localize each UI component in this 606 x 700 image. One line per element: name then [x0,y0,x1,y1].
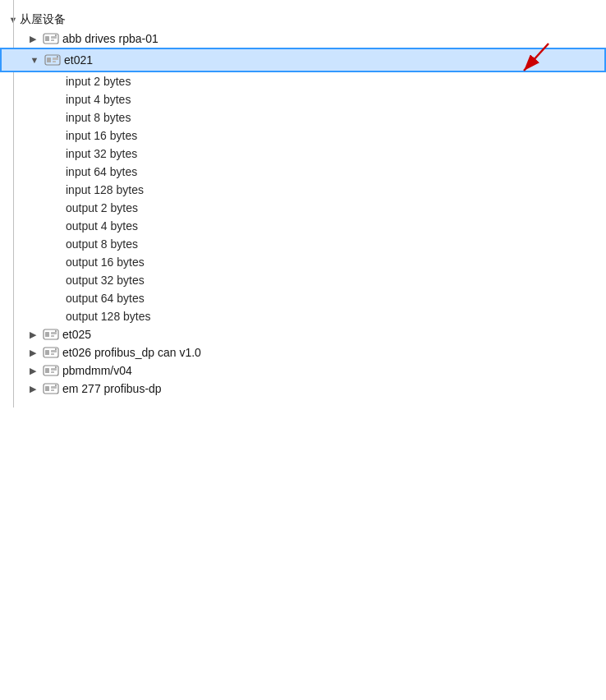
list-item-output-128[interactable]: output 128 bytes [0,307,606,325]
list-item-output-16[interactable]: output 16 bytes [0,253,606,271]
list-item-input-64[interactable]: input 64 bytes [0,163,606,181]
svg-rect-14 [51,332,57,334]
output-16-label: output 16 bytes [66,256,145,269]
svg-rect-24 [51,368,57,371]
svg-point-26 [55,366,57,368]
et025-chevron-icon [26,328,39,341]
svg-rect-30 [51,389,54,391]
output-64-label: output 64 bytes [66,292,145,305]
svg-rect-3 [51,39,54,41]
svg-rect-20 [51,353,54,355]
list-item-output-8[interactable]: output 8 bytes [0,235,606,253]
input-2-label: input 2 bytes [66,75,131,88]
svg-rect-8 [47,58,51,62]
svg-rect-25 [51,371,54,373]
svg-rect-1 [45,36,49,41]
list-item-input-128[interactable]: input 128 bytes [0,181,606,199]
svg-rect-18 [45,350,49,355]
svg-rect-15 [51,335,54,337]
svg-rect-13 [45,332,49,337]
tree-container: 从屋设备 abb drives rpba-01 [0,0,606,408]
svg-line-6 [524,44,549,71]
input-16-label: input 16 bytes [66,129,137,142]
input-128-label: input 128 bytes [66,183,144,196]
svg-rect-2 [51,36,57,39]
list-item-input-4[interactable]: input 4 bytes [0,90,606,108]
tree-item-pbmdmm[interactable]: pbmdmm/v04 [0,362,606,380]
output-8-label: output 8 bytes [66,237,138,251]
svg-point-31 [55,385,57,386]
abb-drives-label: abb drives rpba-01 [62,32,158,45]
device-icon-et025 [43,328,59,341]
svg-rect-28 [45,386,49,391]
pbmdmm-chevron-icon [26,364,39,377]
svg-point-16 [55,330,57,332]
svg-point-11 [57,56,58,58]
red-arrow-annotation [499,39,557,83]
device-icon [43,32,59,45]
svg-rect-23 [45,368,49,373]
tree-item-em277[interactable]: em 277 profibus-dp [0,380,606,398]
list-item-input-16[interactable]: input 16 bytes [0,127,606,145]
output-2-label: output 2 bytes [66,201,138,214]
et025-label: et025 [62,328,91,341]
em277-label: em 277 profibus-dp [62,382,162,395]
list-item-output-64[interactable]: output 64 bytes [0,289,606,307]
list-item-input-32[interactable]: input 32 bytes [0,145,606,163]
input-64-label: input 64 bytes [66,165,137,178]
em277-chevron-icon [26,382,39,395]
svg-rect-9 [53,58,58,60]
tree-root[interactable]: 从屋设备 [0,10,606,30]
root-label: 从屋设备 [20,12,66,27]
tree-item-et026[interactable]: et026 profibus_dp can v1.0 [0,343,606,362]
device-icon-et021 [44,53,61,67]
tree-item-et025[interactable]: et025 [0,325,606,343]
input-32-label: input 32 bytes [66,147,137,160]
input-8-label: input 8 bytes [66,111,131,124]
device-icon-em277 [43,382,59,395]
device-icon-et026 [43,346,59,359]
svg-rect-19 [51,350,57,352]
output-32-label: output 32 bytes [66,274,145,287]
svg-point-21 [55,348,57,350]
svg-rect-29 [51,386,57,389]
list-item-input-8[interactable]: input 8 bytes [0,108,606,127]
device-icon-pbmdmm [43,364,59,377]
pbmdmm-label: pbmdmm/v04 [62,364,132,377]
output-128-label: output 128 bytes [66,310,151,323]
output-4-label: output 4 bytes [66,219,138,233]
list-item-output-32[interactable]: output 32 bytes [0,271,606,289]
svg-point-4 [55,35,57,36]
et021-chevron-icon [28,53,41,67]
list-item-output-2[interactable]: output 2 bytes [0,199,606,217]
input-4-label: input 4 bytes [66,93,131,106]
et026-label: et026 profibus_dp can v1.0 [62,346,201,359]
svg-rect-10 [53,61,56,62]
et026-chevron-icon [26,346,39,359]
et021-label: et021 [64,53,93,67]
list-item-output-4[interactable]: output 4 bytes [0,217,606,235]
abb-drives-chevron-icon [26,32,39,45]
